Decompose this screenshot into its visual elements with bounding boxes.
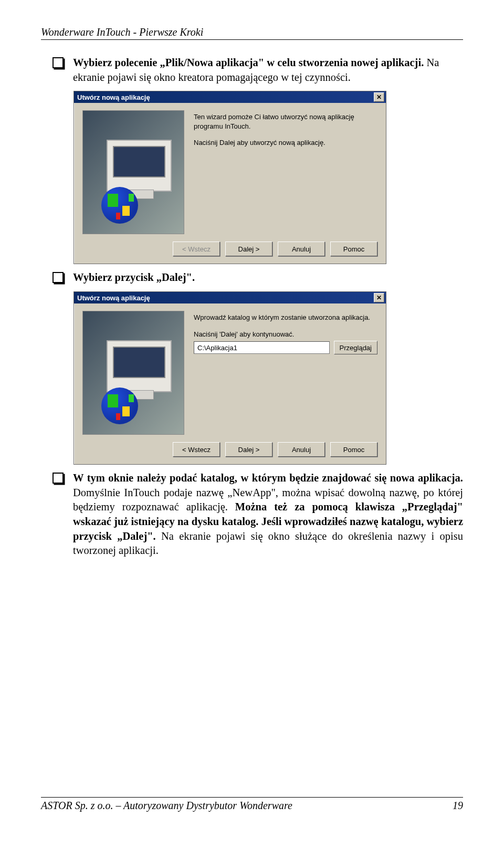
dialog2-line2: Naciśnij 'Dalej' aby kontynuować. <box>194 330 377 339</box>
dialog2-title: Utwórz nową aplikację <box>77 294 150 302</box>
bullet-item-1: Wybierz polecenie „Plik/Nowa aplikacja" … <box>52 56 463 85</box>
close-icon[interactable]: ✕ <box>374 293 384 302</box>
wizard-dialog-1: Utwórz nową aplikację ✕ Ten wizard pomoż… <box>74 91 386 264</box>
page-header: Wonderware InTouch - Pierwsze Kroki <box>41 26 463 40</box>
wizard-image <box>82 110 184 234</box>
para1-text: Wybierz polecenie „Plik/Nowa aplikacja" … <box>73 56 463 85</box>
dialog2-line1: Wprowadź katalog w którym zostanie utwor… <box>194 313 377 322</box>
header-title: Wonderware InTouch - Pierwsze Kroki <box>41 26 203 38</box>
cancel-button[interactable]: Anuluj <box>278 242 325 256</box>
page-footer: ASTOR Sp. z o.o. – Autoryzowany Dystrybu… <box>41 797 463 812</box>
bullet-icon <box>52 272 64 283</box>
para3-t1: W tym oknie należy podać katalog, w któr… <box>73 472 463 484</box>
help-button[interactable]: Pomoc <box>330 442 377 457</box>
dialog1-title: Utwórz nową aplikację <box>77 93 150 101</box>
para2-text: Wybierz przycisk „Dalej". <box>73 270 195 285</box>
bullet-item-2: Wybierz przycisk „Dalej". <box>52 270 463 285</box>
path-input[interactable]: C:\Aplikacja1 <box>194 341 330 354</box>
dialog1-line1: Ten wizard pomoże Ci łatwo utworzyć nową… <box>194 112 377 131</box>
path-value: C:\Aplikacja1 <box>197 344 237 352</box>
close-icon[interactable]: ✕ <box>374 92 384 102</box>
footer-page-number: 19 <box>453 800 463 812</box>
next-button[interactable]: Dalej > <box>225 442 272 457</box>
dialog2-button-row: < Wstecz Dalej > Anuluj Pomoc <box>74 439 386 464</box>
dialog1-line2: Naciśnij Dalej aby utworzyć nową aplikac… <box>194 138 377 148</box>
back-button[interactable]: < Wstecz <box>173 242 220 256</box>
back-button[interactable]: < Wstecz <box>173 442 220 457</box>
cancel-button[interactable]: Anuluj <box>278 442 325 457</box>
path-row: C:\Aplikacja1 Przeglądaj <box>194 341 377 354</box>
dialog1-button-row: < Wstecz Dalej > Anuluj Pomoc <box>74 238 386 264</box>
bullet-icon <box>52 57 64 68</box>
title-bar: Utwórz nową aplikację ✕ <box>74 91 386 103</box>
help-button[interactable]: Pomoc <box>330 242 377 256</box>
wizard-image <box>82 311 184 435</box>
next-button[interactable]: Dalej > <box>225 242 272 256</box>
footer-left: ASTOR Sp. z o.o. – Autoryzowany Dystrybu… <box>41 800 292 812</box>
title-bar: Utwórz nową aplikację ✕ <box>74 292 386 303</box>
bullet-icon <box>52 473 64 484</box>
bullet-item-3: W tym oknie należy podać katalog, w któr… <box>52 471 463 558</box>
browse-button[interactable]: Przeglądaj <box>334 341 377 354</box>
wizard-dialog-2: Utwórz nową aplikację ✕ Wprowadź katalog… <box>74 291 386 465</box>
para3-text: W tym oknie należy podać katalog, w któr… <box>73 471 463 558</box>
para1-bold: Wybierz polecenie „Plik/Nowa aplikacja" … <box>73 57 424 68</box>
